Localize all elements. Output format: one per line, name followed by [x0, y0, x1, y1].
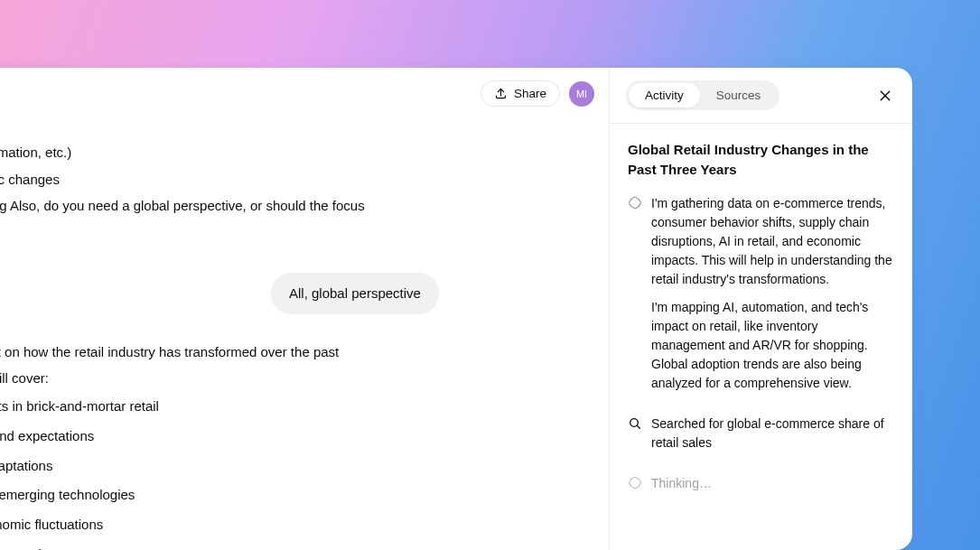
list-item: ions and adaptations — [0, 452, 591, 480]
close-button[interactable] — [874, 87, 896, 105]
user-message-text: All, global perspective — [289, 285, 421, 301]
activity-text-thinking: Thinking… — [651, 474, 712, 502]
avatar[interactable]: MI — [569, 81, 594, 107]
sidebar-body: Global Retail Industry Changes in the Pa… — [610, 124, 912, 531]
text-line: ges — [0, 113, 591, 138]
search-icon — [628, 416, 642, 431]
bullet-list: rce and shifts in brick-and-mortar retai… — [0, 393, 591, 550]
text-line: es (AI, automation, etc.) — [0, 140, 591, 165]
assistant-message-partial: ges es (AI, automation, etc.) nd economi… — [0, 113, 591, 246]
tab-sources[interactable]: Sources — [700, 83, 778, 107]
tab-label: Activity — [645, 89, 684, 102]
sidebar-title: Global Retail Industry Changes in the Pa… — [628, 140, 894, 180]
activity-paragraph: I'm gathering data on e-commerce trends,… — [651, 194, 894, 289]
tab-label: Sources — [716, 89, 761, 102]
app-window: Share MI ges es (AI, automation, etc.) n… — [0, 68, 912, 550]
list-item: on and economic fluctuations — [0, 511, 591, 539]
list-item: hical retailing trends — [0, 541, 591, 550]
conversation-content: ges es (AI, automation, etc.) nd economi… — [0, 113, 591, 550]
text-line: hical retailing Also, do you need a glob… — [0, 193, 591, 219]
share-button[interactable]: Share — [481, 80, 560, 107]
activity-text: Searched for global e-commerce share of … — [651, 415, 894, 461]
tab-activity[interactable]: Activity — [629, 83, 700, 107]
activity-item: Thinking… — [628, 474, 894, 502]
list-item: rce and shifts in brick-and-mortar retai… — [0, 393, 591, 421]
user-message-bubble: All, global perspective — [271, 273, 439, 314]
share-label: Share — [514, 87, 546, 100]
activity-paragraph: I'm mapping AI, automation, and tech's i… — [651, 298, 894, 393]
openai-icon — [628, 476, 642, 490]
activity-text: I'm gathering data on e-commerce trends,… — [651, 194, 894, 402]
text-line: earch report on how the retail industry … — [0, 340, 591, 365]
svg-line-4 — [637, 425, 639, 428]
assistant-message: earch report on how the retail industry … — [0, 340, 591, 551]
close-icon — [878, 89, 892, 103]
research-sidebar: Activity Sources Global Retail Industry … — [610, 68, 912, 550]
sidebar-header: Activity Sources — [610, 68, 912, 124]
activity-paragraph: Searched for global e-commerce share of … — [651, 415, 894, 452]
avatar-initials: MI — [576, 89, 587, 99]
main-pane: Share MI ges es (AI, automation, etc.) n… — [0, 68, 610, 550]
text-line: nd economic changes — [0, 167, 591, 192]
topbar: Share MI — [481, 80, 594, 107]
list-item: nation, and emerging technologies — [0, 481, 591, 509]
share-icon — [494, 87, 508, 100]
text-line: on? — [0, 220, 591, 246]
tab-group: Activity Sources — [626, 80, 779, 110]
activity-paragraph: Thinking… — [651, 474, 712, 493]
activity-item: Searched for global e-commerce share of … — [628, 415, 894, 461]
text-line: cale. This will cover: — [0, 366, 591, 391]
openai-icon — [628, 196, 642, 210]
activity-item: I'm gathering data on e-commerce trends,… — [628, 194, 894, 402]
list-item: r behavior and expectations — [0, 423, 591, 451]
